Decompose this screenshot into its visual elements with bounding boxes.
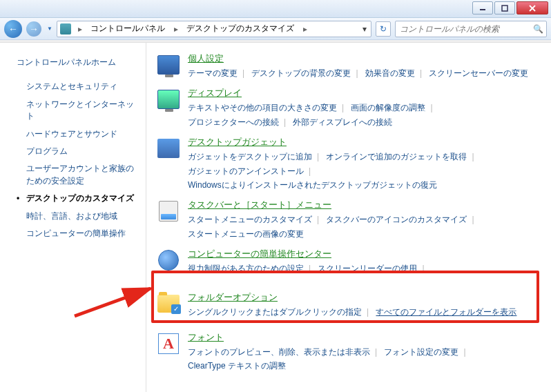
maximize-button[interactable] xyxy=(494,1,515,14)
refresh-button[interactable]: ↻ xyxy=(376,21,391,37)
link-screen-reader[interactable]: スクリーンリーダーの使用 xyxy=(318,264,417,273)
font-icon: A xyxy=(156,331,181,356)
link-screensaver-change[interactable]: スクリーンセーバーの変更 xyxy=(429,68,528,78)
breadcrumb[interactable]: ▸ コントロールパネル ▸ デスクトップのカスタマイズ ▸ ▾ xyxy=(57,21,371,37)
link-startmenu-customize[interactable]: スタートメニューのカスタマイズ xyxy=(188,215,312,224)
svg-rect-1 xyxy=(502,6,508,11)
link-theme-change[interactable]: テーマの変更 xyxy=(188,68,238,78)
breadcrumb-dropdown[interactable]: ▾ xyxy=(358,24,371,34)
category-taskbar[interactable]: タスクバーと［スタート］メニュー xyxy=(188,199,331,213)
sidebar-item-desktop-customize[interactable]: デスクトップのカスタマイズ xyxy=(17,190,137,207)
link-show-all-files[interactable]: すべてのファイルとフォルダーを表示 xyxy=(376,307,516,317)
sidebar-item-network[interactable]: ネットワークとインターネット xyxy=(17,96,137,126)
personalization-icon xyxy=(156,52,181,77)
category-display[interactable]: ディスプレイ xyxy=(188,87,242,101)
link-font-preview[interactable]: フォントのプレビュー、削除、表示または非表示 xyxy=(188,347,370,357)
category-fonts[interactable]: フォント xyxy=(188,331,224,345)
folder-options-icon xyxy=(156,291,181,316)
sidebar: コントロールパネルホーム システムとセキュリティ ネットワークとインターネット … xyxy=(0,43,146,392)
nav-forward-button[interactable]: → xyxy=(26,21,41,37)
arrow-left-icon: ← xyxy=(8,23,18,35)
refresh-icon: ↻ xyxy=(380,24,387,34)
gadget-icon xyxy=(156,136,181,161)
minimize-button[interactable] xyxy=(472,1,493,14)
sidebar-item-programs[interactable]: プログラム xyxy=(17,143,137,160)
display-icon xyxy=(156,87,181,112)
window-titlebar xyxy=(0,0,551,18)
breadcrumb-seg-1[interactable]: コントロールパネル xyxy=(86,21,170,37)
link-gadget-uninstall[interactable]: ガジェットのアンインストール xyxy=(188,166,304,176)
search-input[interactable] xyxy=(396,24,530,34)
link-click-mode[interactable]: シングルクリックまたはダブルクリックの指定 xyxy=(188,307,362,317)
link-bg-change[interactable]: デスクトップの背景の変更 xyxy=(251,68,351,78)
breadcrumb-seg-2[interactable]: デスクトップのカスタマイズ xyxy=(182,21,299,37)
link-external-display[interactable]: 外部ディスプレイへの接続 xyxy=(293,117,392,127)
address-bar-row: ← → ▼ ▸ コントロールパネル ▸ デスクトップのカスタマイズ ▸ ▾ ↻ … xyxy=(0,18,551,40)
ease-of-access-icon xyxy=(156,248,181,273)
search-icon[interactable]: 🔍 xyxy=(530,24,546,34)
category-folder-options[interactable]: フォルダーオプション xyxy=(188,291,278,305)
link-cleartype[interactable]: ClearType テキストの調整 xyxy=(188,361,286,371)
link-low-vision[interactable]: 視力制限がある方のための設定 xyxy=(188,264,304,273)
category-personalization[interactable]: 個人設定 xyxy=(188,52,224,66)
control-panel-icon xyxy=(60,23,71,35)
nav-history-dropdown[interactable]: ▼ xyxy=(47,26,52,32)
sidebar-item-ease[interactable]: コンピューターの簡単操作 xyxy=(17,225,137,242)
content-pane: 個人設定 テーマの変更| デスクトップの背景の変更| 効果音の変更| スクリーン… xyxy=(146,43,551,392)
link-startmenu-image[interactable]: スタートメニューの画像の変更 xyxy=(188,229,304,239)
link-textsize[interactable]: テキストやその他の項目の大きさの変更 xyxy=(188,103,337,112)
chevron-right-icon[interactable]: ▸ xyxy=(74,24,86,34)
link-resolution[interactable]: 画面の解像度の調整 xyxy=(351,103,425,112)
chevron-right-icon[interactable]: ▸ xyxy=(170,24,182,34)
category-gadgets[interactable]: デスクトップガジェット xyxy=(188,136,287,150)
sidebar-item-users[interactable]: ユーザーアカウントと家族のための安全設定 xyxy=(17,160,137,190)
search-box[interactable]: 🔍 xyxy=(395,21,547,37)
sidebar-item-hardware[interactable]: ハードウェアとサウンド xyxy=(17,126,137,143)
chevron-right-icon[interactable]: ▸ xyxy=(299,24,311,34)
link-projector[interactable]: プロジェクターへの接続 xyxy=(188,117,279,127)
link-sound-change[interactable]: 効果音の変更 xyxy=(365,68,415,78)
taskbar-icon xyxy=(156,199,181,224)
link-taskbar-icons[interactable]: タスクバーのアイコンのカスタマイズ xyxy=(326,215,467,224)
sidebar-item-clock[interactable]: 時計、言語、および地域 xyxy=(17,208,137,225)
category-ease[interactable]: コンピューターの簡単操作センター xyxy=(188,248,331,262)
close-button[interactable] xyxy=(516,1,548,14)
link-gadget-add[interactable]: ガジェットをデスクトップに追加 xyxy=(188,152,312,161)
sidebar-item-system[interactable]: システムとセキュリティ xyxy=(17,78,137,95)
nav-back-button[interactable]: ← xyxy=(4,20,22,38)
link-gadget-online[interactable]: オンラインで追加のガジェットを取得 xyxy=(326,152,467,161)
link-font-settings[interactable]: フォント設定の変更 xyxy=(384,347,458,357)
sidebar-home[interactable]: コントロールパネルホーム xyxy=(17,54,137,71)
arrow-right-icon: → xyxy=(29,23,39,35)
link-gadget-restore[interactable]: Windowsによりインストールされたデスクトップガジェットの復元 xyxy=(188,180,437,190)
